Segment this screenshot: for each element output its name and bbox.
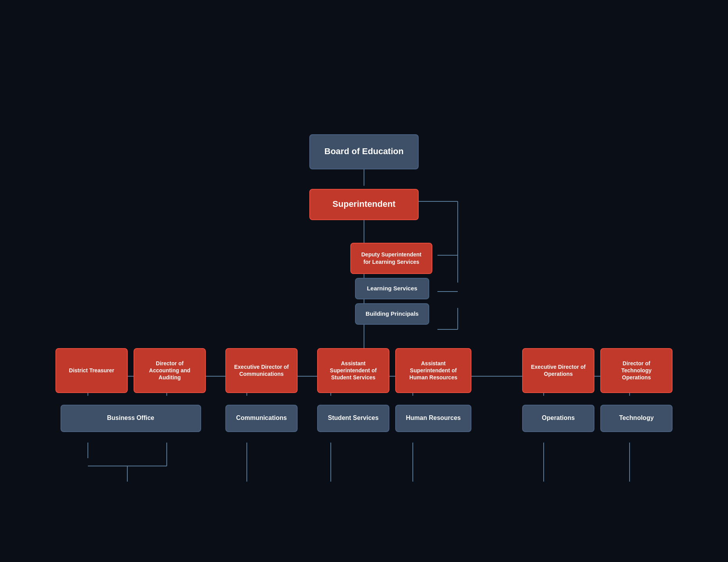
chart-content: Board of Education Superintendent Deputy…: [16, 130, 712, 432]
board-label: Board of Education: [325, 146, 404, 157]
student-services-col: Student Services: [317, 405, 389, 432]
technology-col: Technology: [600, 405, 673, 432]
learning-services-label: Learning Services: [367, 285, 417, 292]
asst-supt-hr-col: Assistant Superintendent of Human Resour…: [395, 348, 471, 393]
deputy-box: Deputy Superintendent for Learning Servi…: [350, 243, 432, 274]
operations-col: Operations: [522, 405, 594, 432]
human-resources-col: Human Resources: [395, 405, 471, 432]
exec-director-ops-label: Executive Director of Operations: [529, 363, 587, 377]
technology-label: Technology: [619, 414, 654, 422]
building-principals-box: Building Principals: [355, 303, 429, 325]
superintendent-label: Superintendent: [332, 199, 395, 210]
deputy-label: Deputy Superintendent for Learning Servi…: [357, 251, 425, 265]
superintendent-box: Superintendent: [309, 189, 419, 220]
exec-director-ops-col: Executive Director of Operations: [522, 348, 594, 393]
departments-level: Business Office Communications Student S…: [55, 405, 673, 432]
exec-director-comm-col: Executive Director of Communications: [225, 348, 298, 393]
level-board: Board of Education: [309, 134, 419, 169]
superintendent-col: Superintendent Deputy Superintendent for…: [296, 189, 432, 325]
asst-supt-student-label: Assistant Superintendent of Student Serv…: [324, 360, 382, 381]
student-services-label: Student Services: [328, 414, 379, 422]
board-of-education-box: Board of Education: [309, 134, 419, 169]
operations-label: Operations: [542, 414, 575, 422]
business-office-box: Business Office: [61, 405, 201, 432]
asst-supt-student-box: Assistant Superintendent of Student Serv…: [317, 348, 389, 393]
director-tech-box: Director of Technology Operations: [600, 348, 673, 393]
director-accounting-label: Director of Accounting and Auditing: [141, 360, 199, 381]
superintendent-level: Superintendent Deputy Superintendent for…: [16, 189, 712, 325]
deputy-col: Deputy Superintendent for Learning Servi…: [350, 243, 432, 325]
student-services-box: Student Services: [317, 405, 389, 432]
exec-director-ops-box: Executive Director of Operations: [522, 348, 594, 393]
exec-director-comm-label: Executive Director of Communications: [232, 363, 291, 377]
director-tech-label: Director of Technology Operations: [607, 360, 666, 381]
building-principals-label: Building Principals: [366, 310, 419, 318]
org-chart: Board of Education Superintendent Deputy…: [16, 130, 712, 432]
asst-supt-hr-label: Assistant Superintendent of Human Resour…: [402, 360, 464, 381]
business-office-wrapper: Business Office: [55, 405, 206, 432]
directors-level: District Treasurer Director of Accountin…: [55, 348, 673, 393]
director-accounting-box: Director of Accounting and Auditing: [134, 348, 206, 393]
communications-label: Communications: [236, 414, 287, 422]
director-tech-col: Director of Technology Operations: [600, 348, 673, 393]
asst-supt-hr-box: Assistant Superintendent of Human Resour…: [395, 348, 471, 393]
business-office-label: Business Office: [107, 414, 154, 422]
communications-col: Communications: [225, 405, 298, 432]
human-resources-box: Human Resources: [395, 405, 471, 432]
district-treasurer-label: District Treasurer: [69, 367, 114, 374]
director-accounting-col: Director of Accounting and Auditing: [134, 348, 206, 393]
human-resources-label: Human Resources: [406, 414, 461, 422]
district-treasurer-box: District Treasurer: [55, 348, 128, 393]
district-treasurer-col: District Treasurer: [55, 348, 128, 393]
operations-box: Operations: [522, 405, 594, 432]
exec-director-comm-box: Executive Director of Communications: [225, 348, 298, 393]
communications-box: Communications: [225, 405, 298, 432]
technology-box: Technology: [600, 405, 673, 432]
asst-supt-student-col: Assistant Superintendent of Student Serv…: [317, 348, 389, 393]
learning-services-box: Learning Services: [355, 278, 429, 299]
deputy-subitems: Learning Services Building Principals: [355, 278, 429, 325]
